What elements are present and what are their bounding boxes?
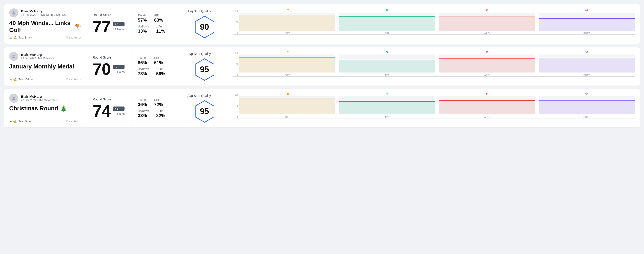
bar-line	[439, 16, 535, 16]
updown-label: Up/Down	[138, 110, 149, 113]
user-icon	[11, 10, 16, 15]
one-putt-value: 22%	[156, 113, 165, 118]
card-bottom: ☁ ⛳ Tee: Blue Data: Arccos	[9, 120, 82, 123]
hexagon-container: 95	[193, 58, 216, 81]
bar-wrapper	[439, 54, 535, 73]
card-left: Blair McHarg 29 Jan 2022 · Mill Ride GCC…	[4, 47, 87, 86]
bar-group-ott: 101 OTT	[239, 51, 336, 77]
bar-fill	[539, 18, 635, 31]
bar-wrapper	[539, 96, 635, 114]
tee-label: Tee: Black	[18, 36, 32, 39]
updown-value: 33%	[138, 113, 149, 118]
hexagon-container: 90	[193, 16, 216, 38]
flag-icon: ⛳	[13, 36, 17, 39]
card-stats: FW Hit 86% GIR 61% Up/Down 78% 1 Putt	[132, 47, 182, 86]
stat-updown: Up/Down 33%	[138, 25, 149, 34]
gir-label: GIR	[154, 14, 163, 17]
one-putt-value: 11%	[156, 29, 165, 34]
title-emoji: 🪁	[74, 23, 82, 30]
bar-line	[539, 18, 635, 19]
bar-fill	[439, 58, 535, 73]
fw-hit-value: 86%	[138, 60, 147, 65]
chart-zero-line	[232, 118, 635, 119]
card-quality: Avg Shot Quality 95	[182, 47, 227, 86]
user-row: Blair McHarg 12 Feb 2022 · Royal North D…	[9, 8, 82, 17]
bar-fill	[339, 16, 435, 31]
round-card-round-1: Blair McHarg 12 Feb 2022 · Royal North D…	[4, 3, 640, 44]
stat-one-putt: 1 Putt 56%	[156, 68, 165, 76]
score-badge-area: -2 18 Holes	[113, 65, 124, 74]
data-source: Data: Arccos	[66, 36, 82, 39]
tee-info: ☁ ⛳ Tee: Yellow	[9, 78, 33, 81]
bar-fill	[339, 60, 435, 73]
bar-wrapper	[239, 54, 336, 73]
score-modifier-badge: -2	[113, 65, 124, 69]
card-quality: Avg Shot Quality 90	[182, 4, 227, 44]
tee-icons: ☁ ⛳	[9, 78, 17, 81]
user-row: Blair McHarg 29 Jan 2022 · Mill Ride GCC	[9, 52, 82, 61]
y-axis-labels: 100 50 0	[232, 10, 238, 35]
score-label: Round Score	[93, 98, 127, 101]
bar-value: 101	[285, 51, 290, 54]
card-chart: 100 50 0 107 OTT 95 APP	[227, 4, 640, 44]
card-stats: FW Hit 36% GIR 72% Up/Down 33% 1 Putt	[132, 89, 182, 127]
user-name: Blair McHarg	[21, 53, 55, 57]
bar-value: 95	[386, 9, 388, 12]
fw-hit-label: FW Hit	[138, 98, 147, 102]
bar-value: 99	[585, 51, 588, 54]
updown-label: Up/Down	[138, 25, 149, 28]
bar-value: 93	[585, 93, 588, 96]
bar-wrapper	[539, 13, 635, 31]
quality-label: Avg Shot Quality	[188, 9, 211, 13]
bar-wrapper	[439, 13, 535, 31]
bar-value: 98	[486, 9, 488, 12]
avatar	[9, 52, 18, 61]
card-left: Blair McHarg 27 Dec 2021 · The Oxfordshi…	[4, 89, 87, 127]
bar-group-arg: 96 ARG	[439, 51, 535, 77]
bar-wrapper	[439, 96, 535, 114]
chart-wrapper: 100 50 0 107 OTT 95 APP	[232, 10, 635, 39]
quality-label: Avg Shot Quality	[188, 52, 211, 56]
card-stats: FW Hit 57% GIR 83% Up/Down 33% 1 Putt	[132, 4, 182, 44]
bar-wrapper	[239, 96, 336, 114]
fw-hit-value: 57%	[138, 17, 147, 23]
quality-label: Avg Shot Quality	[188, 94, 211, 98]
tee-icons: ☁ ⛳	[9, 120, 17, 123]
cloud-icon: ☁	[9, 120, 12, 123]
gir-value: 72%	[154, 102, 163, 107]
one-putt-label: 1 Putt	[156, 110, 165, 113]
round-title: Christmas Round 🎄	[9, 105, 82, 112]
bar-value: 82	[585, 9, 588, 12]
stat-gir: GIR 72%	[154, 98, 163, 107]
y-axis-labels: 100 50 0	[232, 52, 238, 77]
score-number: 70	[93, 61, 111, 77]
card-score: Round Score 77 +5 18 Holes	[87, 4, 132, 44]
chart-wrapper: 100 50 0 101 OTT 86 APP	[232, 52, 635, 81]
user-name: Blair McHarg	[21, 95, 58, 98]
score-main: 77 +5 18 Holes	[93, 18, 127, 35]
bar-value: 107	[285, 9, 290, 12]
score-holes: 18 Holes	[113, 28, 124, 31]
stats-row-2: Up/Down 33% 1 Putt 22%	[138, 110, 176, 118]
score-number: 77	[93, 18, 111, 35]
score-holes: 18 Holes	[113, 70, 124, 74]
bar-fill	[539, 58, 635, 73]
flag-icon: ⛳	[13, 78, 17, 81]
user-icon	[11, 96, 16, 101]
flag-icon: ⛳	[13, 120, 17, 123]
bar-wrapper	[239, 13, 336, 31]
gir-value: 61%	[154, 60, 163, 65]
fw-hit-label: FW Hit	[138, 57, 147, 60]
bar-group-app: 95 APP	[339, 9, 435, 35]
user-icon	[11, 54, 16, 59]
bar-fill	[339, 101, 435, 114]
data-source: Data: Arccos	[66, 120, 82, 123]
score-badge-area: +5 18 Holes	[113, 22, 124, 31]
user-meta: 29 Jan 2022 · Mill Ride GCC	[21, 57, 55, 60]
avatar	[9, 94, 18, 103]
stat-gir: GIR 83%	[154, 14, 163, 23]
bar-group-putt: 93 PUTT	[539, 93, 635, 119]
stat-updown: Up/Down 33%	[138, 110, 149, 118]
y-axis-labels: 100 50 0	[232, 94, 238, 119]
data-source: Data: Arccos	[66, 78, 82, 81]
